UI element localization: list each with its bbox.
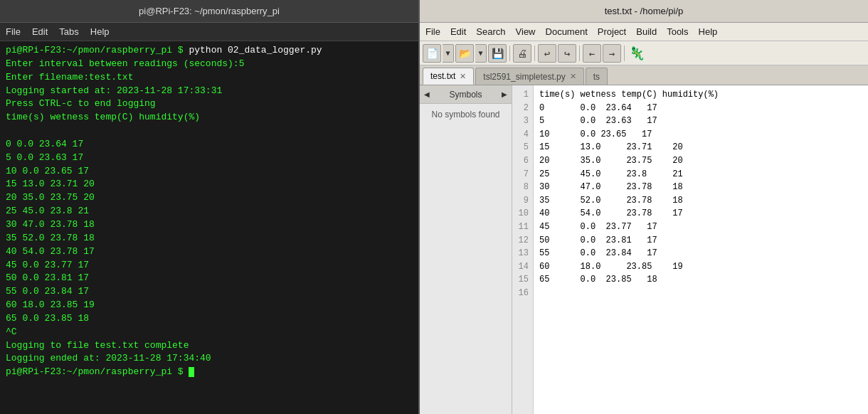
- editor-panel: test.txt - /home/pi/p File Edit Search V…: [420, 0, 868, 414]
- toolbar-separator-1: [509, 46, 510, 61]
- terminal-menu-tabs[interactable]: Tabs: [59, 26, 78, 37]
- symbols-body: No symbols found: [420, 104, 512, 414]
- term-line-4: Press CTRL-c to end logging: [6, 97, 413, 111]
- code-content[interactable]: time(s) wetness temp(C) humidity(%) 0 0.…: [534, 85, 868, 414]
- terminal-output: pi@RPi-F23:~/pmon/raspberry_pi $ python …: [6, 44, 413, 58]
- symbols-label: Symbols: [433, 90, 499, 100]
- term-data-45: 45 0.0 23.77 17: [6, 259, 413, 272]
- editor-tabs: test.txt ✕ tsl2591_simpletest.py ✕ ts: [420, 65, 868, 85]
- term-data-25: 25 45.0 23.8 21: [6, 205, 413, 218]
- new-file-button[interactable]: 📄: [423, 44, 441, 63]
- editor-menu-file[interactable]: File: [425, 26, 440, 37]
- term-ctrl-c: ^C: [6, 326, 413, 339]
- term-data-35: 35 52.0 23.78 18: [6, 232, 413, 245]
- line-num-14: 14: [517, 260, 529, 274]
- line-num-5: 5: [517, 141, 529, 154]
- term-data-5: 5 0.0 23.63 17: [6, 152, 413, 165]
- code-area: 1 2 3 4 5 6 7 8 9 10 11 12 13 14 15 16 t…: [512, 85, 868, 414]
- line-numbers: 1 2 3 4 5 6 7 8 9 10 11 12 13 14 15 16: [512, 85, 534, 414]
- terminal-panel: pi@RPi-F23: ~/pmon/raspberry_pi File Edi…: [0, 0, 420, 414]
- toolbar-separator-4: [624, 46, 625, 61]
- line-num-6: 6: [517, 154, 529, 168]
- terminal-menu-edit[interactable]: Edit: [32, 26, 48, 37]
- undo-button[interactable]: ↩: [538, 44, 556, 63]
- editor-menu-help[interactable]: Help: [699, 26, 718, 37]
- symbols-right-arrow[interactable]: ▶: [502, 90, 507, 98]
- term-line-1: Enter interval between readings (seconds…: [6, 58, 413, 71]
- editor-menu-tools[interactable]: Tools: [667, 26, 688, 37]
- term-line-2: Enter filename:test.txt: [6, 71, 413, 85]
- term-data-55: 55 0.0 23.84 17: [6, 285, 413, 299]
- terminal-body: pi@RPi-F23:~/pmon/raspberry_pi $ python …: [0, 41, 418, 414]
- line-num-7: 7: [517, 168, 529, 181]
- line-num-15: 15: [517, 273, 529, 287]
- terminal-title: pi@RPi-F23: ~/pmon/raspberry_pi: [139, 6, 280, 16]
- tab-ts-label: ts: [593, 72, 600, 82]
- terminal-menubar: File Edit Tabs Help: [0, 23, 418, 41]
- line-num-2: 2: [517, 102, 529, 115]
- line-num-3: 3: [517, 115, 529, 128]
- editor-menu-view[interactable]: View: [516, 26, 536, 37]
- tab-test-txt[interactable]: test.txt ✕: [423, 68, 474, 85]
- editor-menu-edit[interactable]: Edit: [450, 26, 466, 37]
- term-data-30: 30 47.0 23.78 18: [6, 218, 413, 232]
- tab-test-txt-close[interactable]: ✕: [460, 72, 466, 81]
- line-num-12: 12: [517, 234, 529, 248]
- line-num-9: 9: [517, 194, 529, 208]
- editor-title: test.txt - /home/pi/p: [605, 6, 684, 16]
- term-data-15: 15 13.0 23.71 20: [6, 178, 413, 191]
- term-data-10: 10 0.0 23.65 17: [6, 165, 413, 179]
- no-symbols-text: No symbols found: [431, 110, 499, 120]
- symbols-panel: ◀ Symbols ▶ No symbols found: [420, 85, 512, 414]
- terminal-titlebar: pi@RPi-F23: ~/pmon/raspberry_pi: [0, 0, 418, 23]
- editor-main: ◀ Symbols ▶ No symbols found 1 2 3 4 5 6…: [420, 85, 868, 414]
- term-log-ended: Logging ended at: 2023-11-28 17:34:40: [6, 352, 413, 366]
- tab-ts[interactable]: ts: [586, 68, 608, 85]
- term-data-60: 60 18.0 23.85 19: [6, 299, 413, 312]
- tab-simpletest[interactable]: tsl2591_simpletest.py ✕: [475, 68, 583, 85]
- toolbar-separator-2: [534, 46, 535, 61]
- nav-fwd-button[interactable]: →: [603, 44, 621, 63]
- redo-button[interactable]: ↪: [558, 44, 576, 63]
- editor-toolbar: 📄 ▼ 📂 ▼ 💾 🖨 ↩ ↪ ← → 🦎: [420, 41, 868, 65]
- toolbar-separator-3: [579, 46, 580, 61]
- tab-simpletest-label: tsl2591_simpletest.py: [483, 72, 565, 82]
- open-file-button[interactable]: 📂: [455, 44, 474, 63]
- term-line-3: Logging started at: 2023-11-28 17:33:31: [6, 85, 413, 98]
- editor-menubar: File Edit Search View Document Project B…: [420, 23, 868, 41]
- term-line-5: time(s) wetness temp(C) humidity(%): [6, 111, 413, 124]
- term-data-50: 50 0.0 23.81 17: [6, 272, 413, 285]
- save-file-button[interactable]: 💾: [488, 44, 507, 63]
- editor-menu-document[interactable]: Document: [546, 26, 588, 37]
- term-data-20: 20 35.0 23.75 20: [6, 191, 413, 205]
- editor-menu-project[interactable]: Project: [598, 26, 626, 37]
- symbols-header: ◀ Symbols ▶: [420, 85, 512, 104]
- tab-test-txt-label: test.txt: [430, 71, 455, 81]
- line-num-8: 8: [517, 181, 529, 194]
- terminal-menu-help[interactable]: Help: [90, 26, 110, 37]
- line-num-16: 16: [517, 287, 529, 300]
- term-data-65: 65 0.0 23.85 18: [6, 312, 413, 326]
- new-file-arrow[interactable]: ▼: [443, 44, 454, 63]
- editor-titlebar: test.txt - /home/pi/p: [420, 0, 868, 23]
- term-log-complete: Logging to file test.txt complete: [6, 339, 413, 353]
- symbols-left-arrow[interactable]: ◀: [424, 90, 430, 98]
- term-line-blank: [6, 124, 413, 138]
- geany-logo: 🦎: [628, 44, 646, 63]
- editor-menu-build[interactable]: Build: [636, 26, 657, 37]
- line-num-11: 11: [517, 221, 529, 234]
- tab-simpletest-close[interactable]: ✕: [570, 72, 576, 81]
- line-num-1: 1: [517, 88, 529, 102]
- term-data-40: 40 54.0 23.78 17: [6, 245, 413, 259]
- terminal-menu-file[interactable]: File: [6, 26, 21, 37]
- print-button[interactable]: 🖨: [513, 44, 531, 63]
- terminal-prompt-end: pi@RPi-F23:~/pmon/raspberry_pi $: [6, 366, 413, 379]
- nav-back-button[interactable]: ←: [583, 44, 601, 63]
- line-num-13: 13: [517, 247, 529, 260]
- term-data-0: 0 0.0 23.64 17: [6, 138, 413, 152]
- line-num-10: 10: [517, 207, 529, 221]
- editor-menu-search[interactable]: Search: [476, 26, 505, 37]
- open-file-arrow[interactable]: ▼: [475, 44, 487, 63]
- line-num-4: 4: [517, 128, 529, 142]
